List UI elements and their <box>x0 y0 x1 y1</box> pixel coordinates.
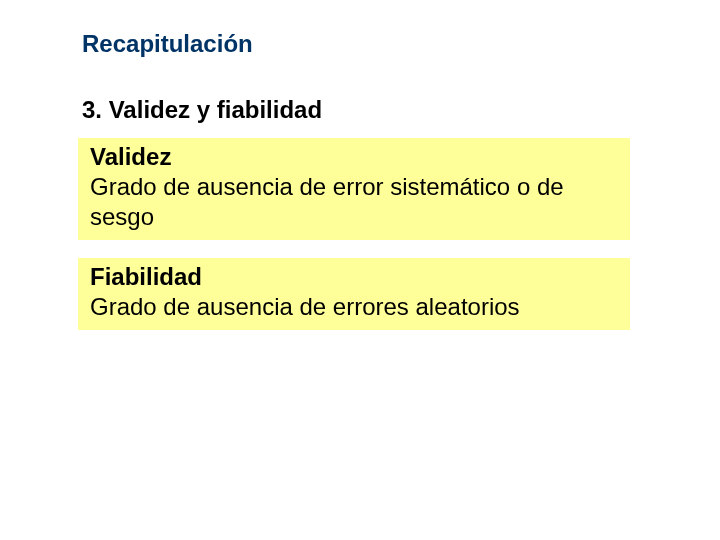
definition-term: Validez <box>90 142 618 172</box>
definition-text: Grado de ausencia de error sistemático o… <box>90 172 618 232</box>
definition-text: Grado de ausencia de errores aleatorios <box>90 292 618 322</box>
definition-box-validez: Validez Grado de ausencia de error siste… <box>78 138 630 240</box>
slide: Recapitulación 3. Validez y fiabilidad V… <box>0 0 720 540</box>
section-heading: 3. Validez y fiabilidad <box>82 96 720 124</box>
definition-term: Fiabilidad <box>90 262 618 292</box>
definition-box-fiabilidad: Fiabilidad Grado de ausencia de errores … <box>78 258 630 330</box>
slide-title: Recapitulación <box>82 30 720 58</box>
